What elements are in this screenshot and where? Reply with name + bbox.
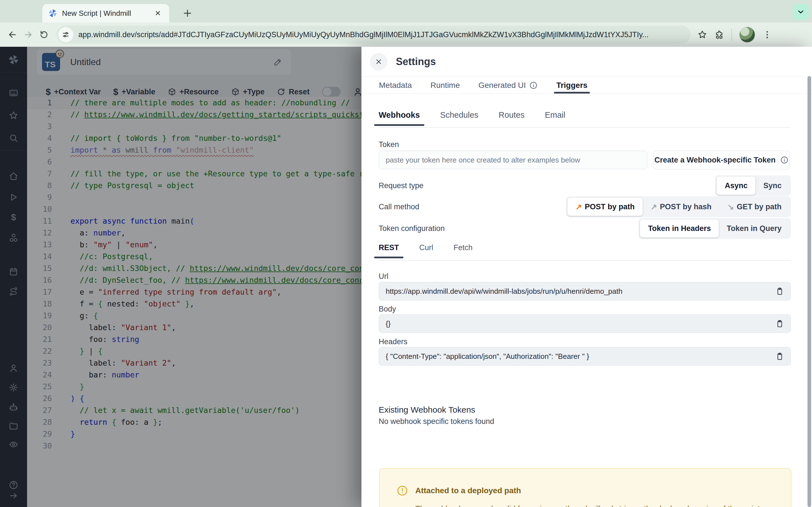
warning-icon (397, 485, 408, 496)
copy-clipboard-icon[interactable] (775, 320, 784, 328)
tab-triggers[interactable]: Triggers (556, 77, 587, 94)
snippet-tabs: RESTCurlFetch (378, 243, 791, 261)
token-label: Token (378, 140, 399, 149)
tokencfg-option-token-in-query[interactable]: Token in Query (719, 219, 790, 237)
address-bar[interactable]: app.windmill.dev/scripts/add#JTdCJTIyaGF… (56, 25, 691, 44)
create-webhook-token-button[interactable]: Create a Webhook-specific Token (653, 151, 790, 169)
snippet-tab-curl[interactable]: Curl (419, 243, 434, 258)
browser-menu-icon[interactable] (762, 30, 772, 40)
settings-drawer: Settings MetadataRuntimeGenerated UITrig… (361, 47, 812, 507)
windmill-favicon-icon (48, 8, 57, 18)
drawer-scrollbar[interactable] (808, 76, 811, 507)
tokencfg-option-token-in-headers[interactable]: Token in Headers (640, 219, 719, 237)
token-configuration-label: Token configuration (378, 224, 445, 233)
info-icon (529, 81, 538, 90)
reload-button[interactable] (36, 27, 52, 43)
token-placeholder: paste your token here once created to al… (386, 156, 580, 165)
url-text: app.windmill.dev/scripts/add#JTdCJTIyaGF… (79, 31, 649, 39)
headers-field[interactable]: { "Content-Type": "application/json", "A… (378, 347, 791, 365)
browser-chrome: New Script | Windmill ✕ app.windmill.dev… (0, 0, 812, 47)
new-tab-button[interactable] (181, 6, 195, 20)
drawer-title: Settings (396, 56, 436, 68)
tab-generated-ui[interactable]: Generated UI (478, 77, 538, 94)
request-option-sync[interactable]: Sync (755, 177, 790, 194)
url-field[interactable]: https://app.windmill.dev/api/w/windmill-… (378, 282, 791, 300)
call-option-get-by-path[interactable]: ↘GET by path (719, 198, 790, 216)
tab-runtime[interactable]: Runtime (430, 77, 460, 94)
tab-metadata[interactable]: Metadata (379, 77, 412, 94)
existing-webhook-tokens-title: Existing Webhook Tokens (378, 405, 475, 414)
drawer-header: Settings (361, 47, 812, 76)
trigger-tab-schedules[interactable]: Schedules (440, 110, 478, 125)
site-settings-icon[interactable] (58, 27, 73, 42)
request-option-async[interactable]: Async (717, 177, 755, 194)
deployed-path-warning: Attached to a deployed path The webhooks… (379, 468, 792, 507)
snippet-tab-fetch[interactable]: Fetch (454, 243, 473, 258)
bookmark-star-icon[interactable] (698, 30, 707, 40)
trigger-tabs: WebhooksSchedulesRoutesEmail (378, 110, 791, 128)
warning-text: The webhooks are only valid for a given … (415, 504, 779, 507)
tab-close-icon[interactable]: ✕ (152, 8, 163, 19)
token-input[interactable]: paste your token here once created to al… (378, 151, 647, 169)
snippet-tab-rest[interactable]: REST (378, 243, 399, 258)
create-webhook-token-label: Create a Webhook-specific Token (654, 156, 776, 165)
token-configuration-toggle: Token in HeadersToken in Query (639, 218, 791, 239)
body-label: Body (378, 305, 396, 314)
profile-avatar[interactable] (739, 27, 755, 43)
call-method-label: Call method (378, 203, 419, 211)
info-icon (780, 156, 789, 164)
trigger-tab-email[interactable]: Email (545, 110, 565, 125)
request-type-toggle: AsyncSync (715, 175, 791, 196)
close-drawer-button[interactable] (370, 53, 388, 70)
browser-toolbar: app.windmill.dev/scripts/add#JTdCJTIyaGF… (0, 22, 812, 47)
copy-clipboard-icon[interactable] (775, 352, 784, 360)
forward-button[interactable] (20, 27, 36, 43)
copy-clipboard-icon[interactable] (775, 287, 784, 295)
tab-search-chevron-button[interactable] (793, 4, 809, 20)
arrow-icon: ↗ (651, 202, 657, 212)
headers-label: Headers (378, 337, 407, 346)
browser-tab[interactable]: New Script | Windmill ✕ (42, 4, 169, 22)
page-content: $ TS Untitled $+Context Var$+Variable+Re… (0, 47, 812, 507)
trigger-tab-webhooks[interactable]: Webhooks (378, 110, 420, 125)
toolbar-divider (731, 29, 732, 41)
browser-actions (698, 27, 778, 43)
warning-title: Attached to a deployed path (415, 486, 521, 495)
arrow-icon: ↗ (575, 202, 582, 212)
trigger-tab-routes[interactable]: Routes (499, 110, 525, 125)
body-field[interactable]: {} (378, 314, 791, 333)
settings-tabs: MetadataRuntimeGenerated UITriggers (361, 76, 812, 94)
drawer-backdrop[interactable] (0, 47, 361, 507)
windmill-app-window: New Script | Windmill ✕ app.windmill.dev… (0, 0, 812, 507)
back-button[interactable] (4, 27, 20, 43)
call-method-toggle: ↗POST by path↗POST by hash↘GET by path (566, 196, 791, 217)
browser-tab-strip: New Script | Windmill ✕ (0, 0, 812, 22)
request-type-label: Request type (378, 181, 423, 190)
url-label: Url (378, 272, 389, 281)
tab-title: New Script | Windmill (62, 9, 148, 18)
existing-webhook-tokens-empty: No webhook specific tokens found (378, 417, 494, 426)
call-option-post-by-hash[interactable]: ↗POST by hash (643, 198, 719, 216)
call-option-post-by-path[interactable]: ↗POST by path (567, 198, 643, 216)
extensions-puzzle-icon[interactable] (714, 30, 724, 40)
arrow-icon: ↘ (727, 202, 734, 212)
